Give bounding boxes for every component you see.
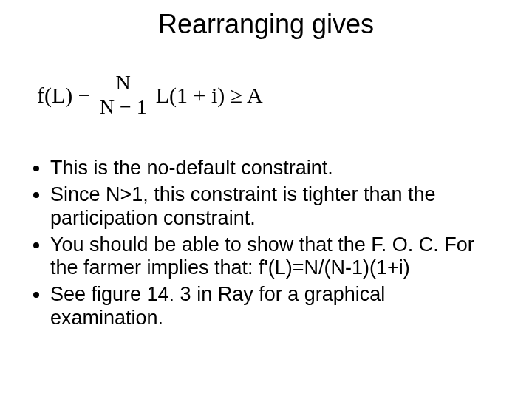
equation-lhs-suffix: L(1 + i) ≥ A	[156, 83, 263, 108]
fraction-denominator: N − 1	[95, 95, 151, 119]
equation: f(L) − N N − 1 L(1 + i) ≥ A	[37, 71, 263, 119]
slide: Rearranging gives f(L) − N N − 1 L(1 + i…	[0, 0, 532, 399]
equation-fraction: N N − 1	[95, 71, 151, 119]
list-item: Since N>1, this constraint is tighter th…	[50, 183, 497, 231]
list-item: You should be able to show that the F. O…	[50, 233, 497, 281]
fraction-numerator: N	[112, 71, 135, 95]
equation-lhs-prefix: f(L) −	[37, 83, 91, 108]
list-item: This is the no-default constraint.	[50, 157, 497, 180]
slide-title: Rearranging gives	[0, 9, 532, 40]
list-item: See figure 14. 3 in Ray for a graphical …	[50, 283, 497, 330]
bullet-list: This is the no-default constraint. Since…	[28, 157, 497, 333]
